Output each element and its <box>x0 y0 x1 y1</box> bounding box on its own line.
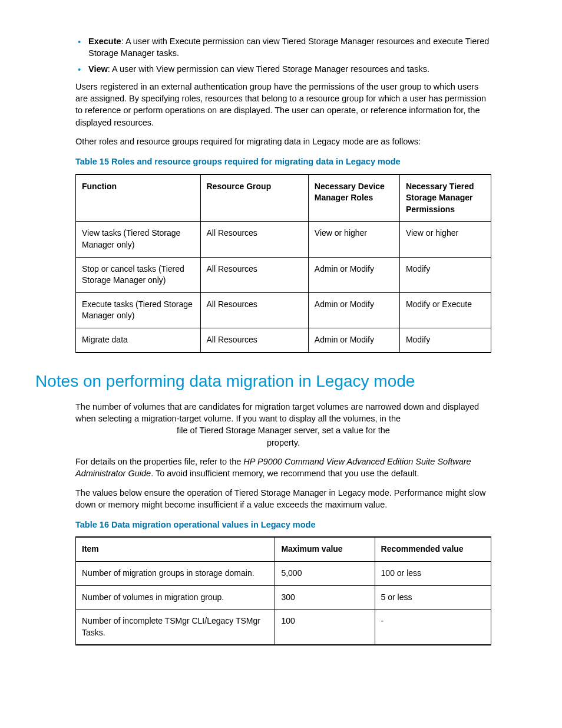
table-row: Migrate data All Resources Admin or Modi… <box>76 328 491 353</box>
table-header: Function <box>76 174 201 222</box>
table-cell: Migrate data <box>76 328 201 353</box>
bullet-term: View <box>88 64 108 74</box>
table-row: Stop or cancel tasks (Tiered Storage Man… <box>76 257 491 292</box>
table-header-row: Function Resource Group Necessary Device… <box>76 174 491 222</box>
table-cell: Number of volumes in migration group. <box>76 585 275 610</box>
table-cell: Admin or Modify <box>308 257 399 292</box>
table-cell: Admin or Modify <box>308 328 399 353</box>
table-cell: Admin or Modify <box>308 292 399 328</box>
table-cell: View or higher <box>399 222 491 257</box>
table-header-row: Item Maximum value Recommended value <box>76 537 491 561</box>
table-cell: 300 <box>275 585 375 610</box>
text-fragment: The number of volumes that are candidate… <box>75 402 479 423</box>
table-cell: Modify <box>399 328 491 353</box>
table-header: Recommended value <box>375 537 491 561</box>
table-15-caption: Table 15 Roles and resource groups requi… <box>75 156 491 167</box>
bullet-term: Execute <box>88 37 121 46</box>
table-cell: Modify or Execute <box>399 292 491 328</box>
table-row: Execute tasks (Tiered Storage Manager on… <box>76 292 491 328</box>
table-row: Number of migration groups in storage do… <box>76 562 491 586</box>
table-cell: All Resources <box>200 328 308 353</box>
paragraph: The values below ensure the operation of… <box>75 487 491 511</box>
list-item: View: A user with View permission can vi… <box>88 63 491 75</box>
table-cell: 5,000 <box>275 562 375 586</box>
table-16-caption: Table 16 Data migration operational valu… <box>75 519 491 531</box>
table-row: View tasks (Tiered Storage Manager only)… <box>76 222 491 257</box>
table-header: Necessary Tiered Storage Manager Permiss… <box>399 174 491 222</box>
table-cell: 100 or less <box>375 562 491 586</box>
table-header: Necessary Device Manager Roles <box>308 174 399 222</box>
paragraph: The number of volumes that are candidate… <box>75 401 491 449</box>
text-fragment: file of Tiered Storage Manager server, s… <box>177 426 390 435</box>
list-item: Execute: A user with Execute permission … <box>88 35 491 60</box>
table-header: Resource Group <box>200 174 308 222</box>
paragraph: Users registered in an external authenti… <box>75 81 491 129</box>
table-row: Number of volumes in migration group. 30… <box>76 585 491 610</box>
paragraph: Other roles and resource groups required… <box>75 136 491 147</box>
table-15: Function Resource Group Necessary Device… <box>75 174 491 353</box>
table-cell: 100 <box>275 610 375 645</box>
text-fragment: For details on the properties file, refe… <box>75 457 243 466</box>
text-fragment: property. <box>267 438 300 447</box>
table-cell: Number of incomplete TSMgr CLI/Legacy TS… <box>76 610 275 645</box>
bullet-list: Execute: A user with Execute permission … <box>75 35 491 75</box>
table-cell: View tasks (Tiered Storage Manager only) <box>76 222 201 257</box>
text-fragment: . To avoid insufficient memory, we recom… <box>151 469 419 478</box>
table-cell: Execute tasks (Tiered Storage Manager on… <box>76 292 201 328</box>
table-header: Maximum value <box>275 537 375 561</box>
table-cell: - <box>375 610 491 645</box>
table-header: Item <box>76 537 275 561</box>
section-heading: Notes on performing data migration in Le… <box>35 370 491 393</box>
table-row: Number of incomplete TSMgr CLI/Legacy TS… <box>76 610 491 645</box>
table-cell: View or higher <box>308 222 399 257</box>
table-cell: All Resources <box>200 292 308 328</box>
table-cell: All Resources <box>200 257 308 292</box>
table-cell: All Resources <box>200 222 308 257</box>
table-16: Item Maximum value Recommended value Num… <box>75 536 491 645</box>
table-cell: Number of migration groups in storage do… <box>76 562 275 586</box>
bullet-text: : A user with Execute permission can vie… <box>88 37 489 58</box>
paragraph: For details on the properties file, refe… <box>75 456 491 480</box>
table-cell: 5 or less <box>375 585 491 610</box>
table-cell: Modify <box>399 257 491 292</box>
table-cell: Stop or cancel tasks (Tiered Storage Man… <box>76 257 201 292</box>
bullet-text: : A user with View permission can view T… <box>108 64 429 74</box>
